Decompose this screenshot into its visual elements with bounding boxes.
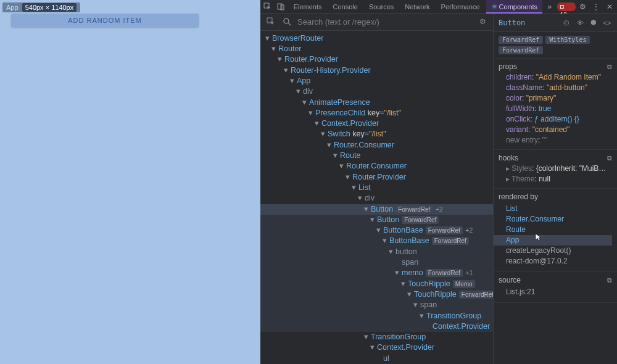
tab-performance[interactable]: Performance [436,0,485,14]
devtools: Elements Console Sources Network Perform… [260,0,617,364]
dimension-badge: App 540px × 1140px [2,2,80,12]
stopwatch-icon[interactable]: ◴ [561,19,571,27]
tree-toolbar: ⚙ [260,14,493,31]
tab-sources[interactable]: Sources [364,0,399,14]
source-section: source⧉ List.js:21 [494,272,617,303]
hooks-label: hooks [499,154,607,162]
hoc-chip: ForwardRef [499,46,543,54]
tree-node[interactable]: ▾BrowserRouter [260,33,493,44]
tab-network[interactable]: Network [400,0,434,14]
tree-node[interactable]: ▾Context.Provider [260,118,493,129]
details-header: Button ◴ 👁 ⬢ <> [494,14,617,32]
rendered-by-item[interactable]: react-dom@17.0.2 [506,256,612,267]
tree-node[interactable]: ▾Router.Provider [260,54,493,65]
tree-node[interactable]: ▾ButtonBaseForwardRef [260,236,493,246]
tree-node[interactable]: ▾ButtonForwardRef+2 [260,204,493,215]
rendered-by-item[interactable]: App [494,235,612,246]
svg-line-5 [288,23,291,25]
tree-node[interactable]: ▾Route [260,151,493,161]
tree-node[interactable]: ▾Router.Provider [260,172,493,183]
tree-node[interactable]: ▾ButtonBaseForwardRef+2 [260,225,493,236]
hoc-chip: ForwardRef [499,36,543,44]
search-input[interactable] [297,17,472,27]
search-icon [281,16,292,27]
props-section: props⧉ children: "Add Random Item"classN… [494,59,617,150]
error-count-badge[interactable]: ◘ 13 [557,2,576,11]
tree-node[interactable]: Context.Provider [260,321,493,332]
tree-node[interactable]: ▾button [260,247,493,257]
devtools-tabbar: Elements Console Sources Network Perform… [260,0,617,14]
code-icon[interactable]: <> [602,19,612,27]
prop-row[interactable]: new entry: "" [494,135,617,146]
close-icon[interactable]: ✕ [603,1,616,13]
badge-label: App [6,4,19,11]
tree-node[interactable]: ▾span [260,300,493,310]
tree-node[interactable]: ▾TransitionGroup [260,311,493,321]
badge-dims: 540px × 1140px [22,3,77,12]
svg-point-4 [284,19,289,23]
tree-node[interactable]: ▾PresenceChild key="/list" [260,108,493,118]
tree-node[interactable]: ▾ButtonForwardRef [260,215,493,225]
tree-node[interactable]: span [260,257,493,268]
tab-console[interactable]: Console [328,0,363,14]
tree-node[interactable]: ▾Switch key="/list" [260,129,493,139]
device-icon[interactable] [275,1,288,13]
hooks-section: hooks⧉ ▸ Styles: {colorInherit: "MuiB…▸ … [494,150,617,189]
hoc-chips: ForwardRefWithStylesForwardRef [494,32,617,59]
tree-node[interactable]: ▾div [260,86,493,97]
tree-node[interactable]: ▾Context.Provider [260,342,493,353]
copy-icon[interactable]: ⧉ [607,276,612,284]
inspect-icon[interactable] [262,1,274,13]
select-element-icon[interactable] [265,16,276,27]
hoc-chip: WithStyles [545,36,590,44]
tree-node[interactable]: ▾div [260,193,493,204]
rendered-by-section: rendered by ListRouter.ConsumerRouteAppc… [494,189,617,272]
selected-component-name: Button [499,19,558,27]
tab-components[interactable]: ⚛Components [486,0,542,14]
tree-node[interactable]: ▾Router-History.Provider [260,65,493,76]
prop-row[interactable]: className: "add-button" [494,83,617,93]
source-location[interactable]: List.js:21 [506,287,535,296]
tree-node[interactable]: ▾Router.Consumer [260,140,493,151]
tree-node[interactable]: ul [260,354,493,364]
eye-icon[interactable]: 👁 [575,19,585,27]
prop-row[interactable]: fullWidth: true [494,104,617,114]
prop-row[interactable]: color: "primary" [494,93,617,104]
prop-row[interactable]: onClick: ƒ addItem() {} [494,114,617,125]
copy-icon[interactable]: ⧉ [607,154,612,162]
tree-node[interactable]: ▾memoForwardRef+1 [260,268,493,278]
rendered-by-item[interactable]: Route [506,225,612,235]
tree-node[interactable]: ▾AnimatePresence [260,97,493,108]
tree-node[interactable]: ▾Router [260,44,493,54]
settings-gear-icon[interactable]: ⚙ [577,1,589,13]
tree-node[interactable]: ▾List [260,183,493,193]
details-pane: Button ◴ 👁 ⬢ <> ForwardRefWithStylesForw… [493,14,617,364]
hook-row[interactable]: ▸ Styles: {colorInherit: "MuiB… [494,163,617,174]
dock-menu-icon[interactable]: ⋮ [590,1,602,13]
rendered-by-item[interactable]: Router.Consumer [506,214,612,225]
props-label: props [499,62,607,71]
component-tree[interactable]: ▾BrowserRouter▾Router▾Router.Provider▾Ro… [260,31,493,364]
prop-row[interactable]: variant: "contained" [494,125,617,135]
tree-settings-gear-icon[interactable]: ⚙ [477,16,488,27]
add-random-item-button[interactable]: ADD RANDOM ITEM [11,14,199,27]
react-icon: ⚛ [491,2,498,11]
tree-node[interactable]: ▾App [260,76,493,86]
app-preview: App 540px × 1140px ADD RANDOM ITEM [0,0,260,364]
source-label: source [499,276,607,284]
tree-node[interactable]: ▾TouchRippleMemo [260,279,493,289]
bug-icon[interactable]: ⬢ [589,19,598,27]
tree-node[interactable]: ▾TransitionGroup [260,332,493,342]
copy-icon[interactable]: ⧉ [607,63,612,71]
svg-rect-1 [278,4,282,9]
more-tabs-icon[interactable]: » [544,1,556,13]
rendered-by-item[interactable]: createLegacyRoot() [506,246,612,256]
rendered-by-label: rendered by [499,192,612,201]
tab-elements[interactable]: Elements [289,0,327,14]
tree-node[interactable]: ▾Router.Consumer [260,161,493,172]
prop-row[interactable]: children: "Add Random Item" [494,72,617,83]
tree-node[interactable]: ▾TouchRippleForwardRef [260,289,493,300]
hook-row[interactable]: ▸ Theme: null [494,174,617,184]
rendered-by-item[interactable]: List [506,204,612,214]
